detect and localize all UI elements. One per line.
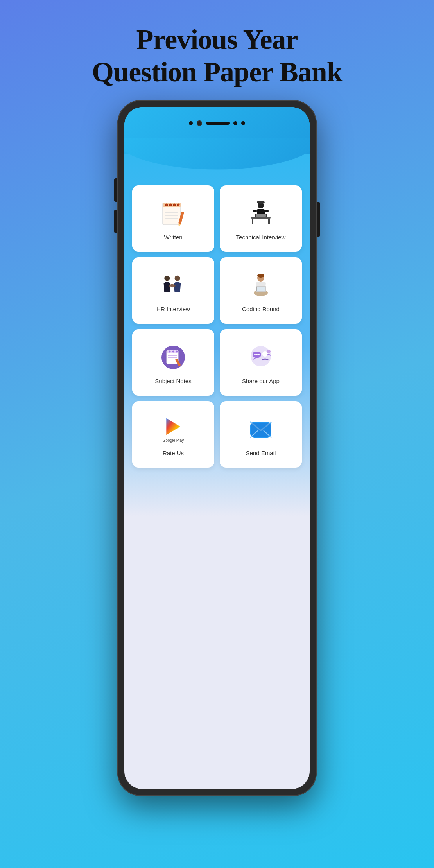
rate-us-card[interactable]: Google Play Rate Us [132,401,214,468]
svg-point-25 [170,284,174,288]
menu-grid: Written [124,154,310,479]
power-button [317,202,320,237]
share-icon [243,342,278,373]
svg-point-3 [169,204,172,206]
svg-point-23 [164,276,170,281]
svg-rect-15 [253,210,257,212]
phone-mockup: Written [117,100,317,796]
phone-screen: Written [124,107,310,789]
hr-icon [156,270,191,301]
coding-round-card[interactable]: Coding Round [220,257,302,324]
technical-icon [243,198,278,229]
notch-dot3 [241,121,245,125]
svg-point-2 [165,204,168,206]
written-card[interactable]: Written [132,185,214,252]
hr-interview-card[interactable]: HR Interview [132,257,214,324]
svg-rect-31 [257,287,265,291]
svg-point-4 [173,204,176,206]
svg-point-35 [169,351,171,353]
svg-point-27 [257,274,264,278]
technical-interview-card[interactable]: Technical Interview [220,185,302,252]
page-title: Previous Year Question Paper Bank [61,0,373,100]
google-play-icon: Google Play [156,414,191,445]
svg-point-48 [258,354,260,355]
svg-rect-18 [251,217,271,219]
subject-notes-card[interactable]: Subject Notes [132,329,214,396]
email-icon [243,414,278,445]
svg-rect-20 [256,214,266,217]
coding-round-label: Coding Round [242,306,280,312]
google-play-text: Google Play [163,438,184,443]
camera-dot [197,120,202,126]
svg-point-49 [267,350,271,353]
technical-interview-label: Technical Interview [236,234,286,240]
notch-dot2 [233,121,237,125]
written-icon [156,198,191,229]
hr-interview-label: HR Interview [156,306,190,312]
svg-rect-16 [265,210,269,212]
notes-icon [156,342,191,373]
svg-rect-21 [252,219,253,224]
svg-rect-22 [268,219,270,224]
screen-header [124,107,310,154]
svg-point-36 [172,351,174,353]
volume-down-button [114,210,117,233]
notch-dot [189,121,193,125]
svg-marker-50 [166,418,180,435]
send-email-label: Send Email [246,450,276,456]
svg-point-5 [177,204,179,206]
subject-notes-label: Subject Notes [155,378,191,384]
svg-point-37 [176,351,178,353]
share-app-card[interactable]: Share our App [220,329,302,396]
svg-point-17 [257,201,265,204]
volume-up-button [114,178,117,202]
rate-us-label: Rate Us [163,450,184,456]
svg-point-24 [175,276,180,281]
speaker [206,122,230,125]
coding-icon [243,270,278,301]
svg-point-46 [254,354,256,355]
share-app-label: Share our App [242,378,280,384]
written-label: Written [164,234,182,240]
send-email-card[interactable]: Send Email [220,401,302,468]
svg-point-47 [256,354,258,355]
phone-notch [124,116,310,131]
